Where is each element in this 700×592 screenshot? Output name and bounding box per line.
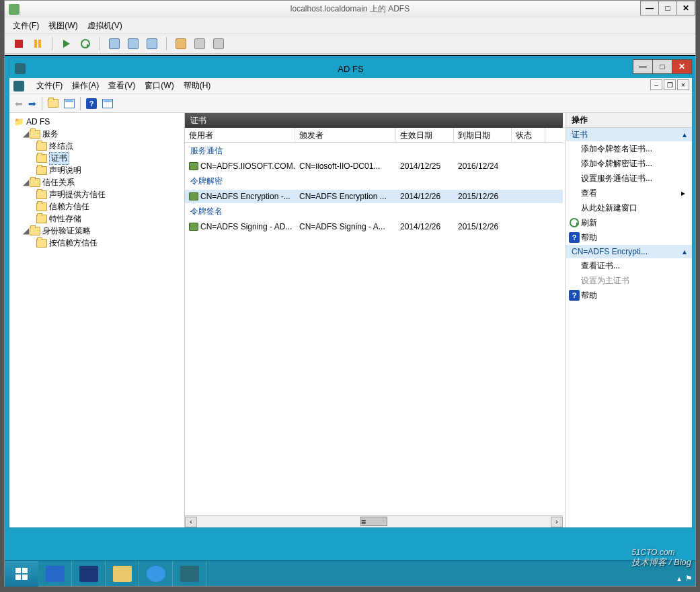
action-help[interactable]: ?帮助	[566, 230, 692, 245]
maximize-button[interactable]: □	[658, 1, 677, 15]
action-refresh[interactable]: 刷新	[566, 215, 692, 230]
tray-up-icon[interactable]: ▴	[677, 574, 681, 583]
list-view-button[interactable]	[63, 97, 76, 110]
stop-button[interactable]	[13, 38, 25, 50]
scroll-left-button[interactable]: ‹	[185, 517, 197, 527]
adfs-minimize-button[interactable]: —	[633, 59, 653, 74]
refresh-icon	[569, 217, 580, 228]
tree-service[interactable]: ◢服务	[11, 128, 183, 140]
col-status[interactable]: 状态	[512, 128, 545, 142]
tree-endpoints[interactable]: 终结点	[11, 140, 183, 152]
collapse-icon: ▴	[683, 130, 687, 139]
taskbar-adfs[interactable]	[173, 561, 206, 587]
pause-button[interactable]	[32, 38, 44, 50]
taskbar-server-manager[interactable]	[38, 561, 72, 587]
taskbar-ie[interactable]	[139, 561, 173, 587]
actions-section-selected[interactable]: CN=ADFS Encrypti...▴	[566, 245, 692, 258]
menu-vm[interactable]: 虚拟机(V)	[87, 20, 122, 32]
devices-button[interactable]	[212, 38, 225, 50]
menu-file[interactable]: 文件(F)	[36, 80, 63, 91]
horizontal-scrollbar[interactable]: ‹ ≡ ›	[185, 515, 563, 527]
vmware-title: localhost.localdomain 上的 ADFS	[5, 3, 695, 15]
tree-relying-party[interactable]: 信赖方信任	[11, 200, 183, 213]
restart-button[interactable]	[79, 38, 91, 50]
col-effective[interactable]: 生效日期	[396, 128, 454, 142]
vmware-menubar: 文件(F) 视图(W) 虚拟机(V)	[5, 17, 695, 34]
folder-icon	[30, 128, 40, 139]
adfs-titlebar[interactable]: AD FS — □ ✕	[9, 59, 692, 78]
tree-certificates[interactable]: 证书	[11, 152, 183, 164]
adfs-maximize-button[interactable]: □	[652, 59, 672, 74]
group-token-decrypt[interactable]: 令牌解密	[185, 173, 563, 190]
nav-back-button[interactable]: ⬅	[13, 98, 24, 109]
cert-row-encryption[interactable]: CN=ADFS Encryption -... CN=ADFS Encrypti…	[185, 190, 563, 203]
action-view-cert[interactable]: 查看证书...	[566, 258, 692, 273]
menu-window[interactable]: 窗口(W)	[145, 80, 173, 91]
scroll-thumb[interactable]: ≡	[360, 517, 387, 526]
close-button[interactable]: ✕	[676, 1, 695, 15]
action-view[interactable]: 查看	[566, 186, 692, 200]
nav-forward-button[interactable]: ➡	[27, 98, 38, 109]
detail-pane-button[interactable]	[101, 97, 114, 110]
list-body[interactable]: 服务通信 CN=ADFS.IIOSOFT.COM... CN=iiosoft-I…	[185, 143, 563, 515]
snapshot-manager-button[interactable]	[146, 38, 158, 50]
mdi-close-button[interactable]: ×	[677, 79, 689, 90]
cert-row-signing[interactable]: CN=ADFS Signing - AD... CN=ADFS Signing …	[185, 220, 563, 233]
cert-row-service[interactable]: CN=ADFS.IIOSOFT.COM... CN=iiosoft-IIO-DC…	[185, 159, 563, 173]
tree-trust[interactable]: ◢信任关系	[11, 176, 183, 188]
action-help-2[interactable]: ?帮助	[566, 288, 692, 303]
adfs-icon	[180, 566, 199, 582]
center-header: 证书	[185, 113, 563, 128]
menu-help[interactable]: 帮助(H)	[184, 80, 211, 91]
folder-icon	[36, 189, 47, 200]
adfs-close-button[interactable]: ✕	[672, 59, 692, 74]
menu-view[interactable]: 查看(V)	[108, 80, 135, 91]
play-button[interactable]	[61, 38, 73, 50]
mdi-restore-button[interactable]: ❐	[664, 79, 676, 90]
column-headers[interactable]: 使用者 颁发者 生效日期 到期日期 状态	[185, 128, 563, 143]
adfs-mmc-window: AD FS — □ ✕ 文件(F) 操作(A) 查看(V) 窗口(W) 帮助(H…	[9, 59, 693, 528]
col-issuer[interactable]: 颁发者	[295, 128, 396, 142]
action-set-primary: 设置为主证书	[566, 273, 692, 288]
snapshot-button[interactable]	[108, 38, 120, 50]
taskbar-explorer[interactable]	[106, 561, 139, 587]
group-token-sign[interactable]: 令牌签名	[185, 203, 563, 220]
action-set-service-cert[interactable]: 设置服务通信证书...	[566, 171, 692, 186]
col-expiry[interactable]: 到期日期	[454, 128, 512, 142]
tray-flag-icon[interactable]: ⚑	[685, 574, 693, 583]
help-button[interactable]: ?	[85, 97, 98, 110]
system-tray[interactable]: ▴ ⚑	[677, 574, 693, 583]
tree-auth-policy[interactable]: ◢身份验证策略	[11, 225, 183, 237]
action-new-window[interactable]: 从此处新建窗口	[566, 200, 692, 215]
tree-root-adfs[interactable]: 📁 AD FS	[11, 116, 183, 128]
up-folder-button[interactable]	[46, 97, 60, 110]
group-service-comm[interactable]: 服务通信	[185, 143, 563, 159]
ie-icon	[147, 566, 165, 582]
taskbar-powershell[interactable]	[72, 561, 106, 587]
mdi-minimize-button[interactable]: –	[650, 79, 662, 90]
tree-claim-desc[interactable]: 声明说明	[11, 164, 183, 176]
nav-tree[interactable]: 📁 AD FS ◢服务 终结点 证书 声明说明 ◢信任关系 声明提供方信任 信赖…	[9, 113, 185, 527]
tree-per-rp[interactable]: 按信赖方信任	[11, 237, 183, 249]
col-subject[interactable]: 使用者	[185, 128, 295, 142]
fullscreen-button[interactable]	[175, 38, 187, 50]
console-button[interactable]	[194, 38, 206, 50]
adfs-menubar-icon	[13, 81, 24, 91]
start-button[interactable]	[5, 561, 38, 587]
tree-claims-provider[interactable]: 声明提供方信任	[11, 188, 183, 200]
minimize-button[interactable]: —	[640, 1, 659, 15]
menu-file[interactable]: 文件(F)	[13, 20, 39, 32]
snapshot-revert-button[interactable]	[127, 38, 139, 50]
scroll-right-button[interactable]: ›	[551, 517, 563, 527]
folder-icon	[36, 165, 47, 176]
collapse-icon: ▴	[683, 247, 687, 256]
menu-action[interactable]: 操作(A)	[72, 80, 99, 91]
menu-view[interactable]: 视图(W)	[48, 20, 77, 32]
tree-attribute-store[interactable]: 特性存储	[11, 213, 183, 225]
action-add-signing-cert[interactable]: 添加令牌签名证书...	[566, 141, 692, 156]
taskbar[interactable]: ▴ ⚑	[5, 560, 695, 586]
action-add-decrypt-cert[interactable]: 添加令牌解密证书...	[566, 156, 692, 171]
vmware-titlebar[interactable]: localhost.localdomain 上的 ADFS — □ ✕	[5, 1, 695, 17]
adfs-menubar: 文件(F) 操作(A) 查看(V) 窗口(W) 帮助(H) – ❐ ×	[9, 78, 692, 94]
actions-section-certs[interactable]: 证书▴	[566, 128, 692, 141]
